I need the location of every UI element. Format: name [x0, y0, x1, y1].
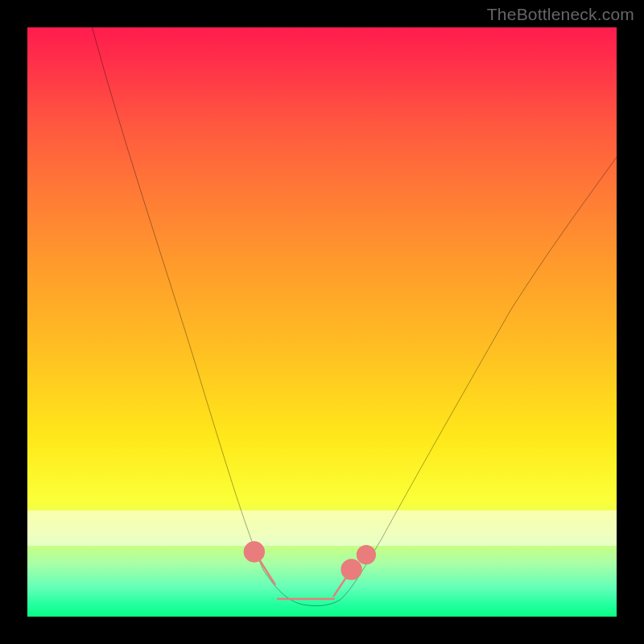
curve-path — [93, 27, 617, 606]
left-marker-cap — [246, 544, 262, 559]
right-marker-cap — [344, 562, 359, 577]
chart-frame: TheBottleneck.com — [0, 0, 644, 644]
bottom-markers — [246, 544, 373, 599]
plot-area — [27, 27, 617, 617]
watermark-text: TheBottleneck.com — [487, 5, 634, 24]
right-dot — [359, 548, 373, 562]
bottleneck-curve — [27, 27, 617, 617]
